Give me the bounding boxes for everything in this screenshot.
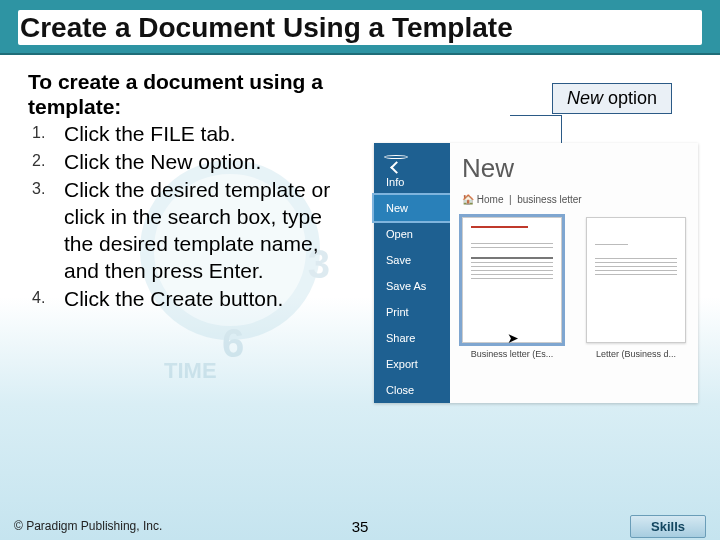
skills-button[interactable]: Skills [630,515,706,538]
menu-item-save: Save [374,247,450,273]
step-item: Click the New option. [28,149,354,176]
menu-item-export: Export [374,351,450,377]
callout-label: New option [552,83,672,114]
file-menu-sidebar: Info New Open Save Save As Print Share E… [374,143,450,403]
menu-item-print: Print [374,299,450,325]
menu-item-close: Close [374,377,450,403]
panel-title: New [462,153,686,184]
word-backstage-screenshot: Info New Open Save Save As Print Share E… [374,143,698,403]
copyright-text: © Paradigm Publishing, Inc. [14,519,162,533]
menu-item-save-as: Save As [374,273,450,299]
intro-text: To create a document using a template: [28,69,354,119]
menu-item-open: Open [374,221,450,247]
back-arrow-icon [384,155,408,159]
menu-item-share: Share [374,325,450,351]
step-item: Click the Create button. [28,286,354,313]
menu-item-info: Info [374,169,450,195]
page-number: 35 [352,518,369,535]
template-caption: Letter (Business d... [586,349,686,359]
template-thumb: Letter (Business d... [586,217,686,359]
cursor-icon: ➤ [507,330,519,346]
step-item: Click the FILE tab. [28,121,354,148]
slide-title: Create a Document Using a Template [18,10,702,45]
figure-column: New option Info New Open Save Save As Pr… [354,69,702,314]
new-panel: New 🏠 Home | business letter [450,143,698,403]
panel-breadcrumb: 🏠 Home | business letter [462,194,686,205]
template-thumb-selected: ➤ Business letter (Es... [462,217,562,359]
step-item: Click the desired template or click in t… [28,177,354,285]
menu-item-new: New [374,195,450,221]
slide-footer: © Paradigm Publishing, Inc. 35 Skills [0,512,720,540]
steps-list: Click the FILE tab. Click the New option… [28,121,354,312]
instruction-column: To create a document using a template: C… [28,69,354,314]
slide-title-bar: Create a Document Using a Template [0,0,720,55]
template-caption: Business letter (Es... [462,349,562,359]
